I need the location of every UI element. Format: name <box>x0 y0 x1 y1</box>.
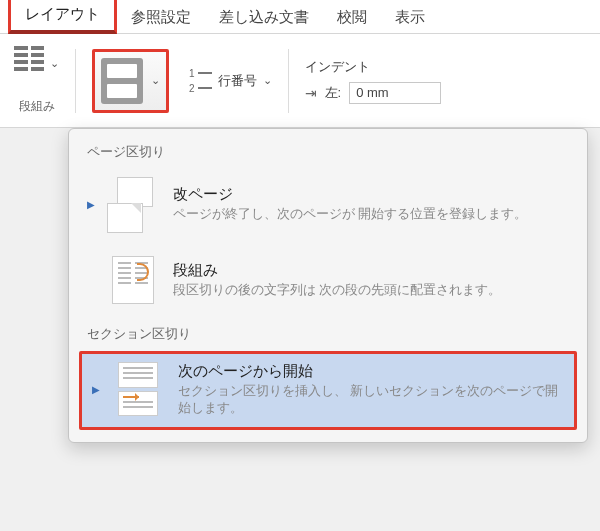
ribbon-tabs: レイアウト 参照設定 差し込み文書 校閲 表示 <box>0 0 600 34</box>
dropdown-section-section-breaks: セクション区切り <box>73 319 583 349</box>
menu-item-desc: 段区切りの後の文字列は 次の段の先頭に配置されます。 <box>173 282 569 299</box>
columns-group-label: 段組み <box>19 98 55 115</box>
tab-mailings[interactable]: 差し込み文書 <box>205 2 323 33</box>
chevron-down-icon: ⌄ <box>263 74 272 87</box>
menu-item-column-break[interactable]: ▶ 段組み 段区切りの後の文字列は 次の段の先頭に配置されます。 <box>73 243 583 319</box>
dropdown-section-page-breaks: ページ区切り <box>73 137 583 167</box>
indent-left-label: 左: <box>325 84 342 102</box>
tab-layout[interactable]: レイアウト <box>8 0 117 34</box>
menu-item-next-page-section[interactable]: ▶ 次のページから開始 セクション区切りを挿入し、 新しいセクションを次のページ… <box>79 351 577 430</box>
ribbon: ⌄ 段組み ⌄ 1 2 行番号 ⌄ インデント ⇥ 左: 0 mm <box>0 34 600 128</box>
indent-left-value: 0 mm <box>356 85 389 100</box>
page-break-icon <box>107 177 159 231</box>
tab-references[interactable]: 参照設定 <box>117 2 205 33</box>
column-break-icon <box>107 253 159 307</box>
line-numbers-icon: 1 2 <box>189 68 212 94</box>
chevron-down-icon: ⌄ <box>151 74 160 87</box>
menu-item-desc: ページが終了し、次のページが 開始する位置を登録します。 <box>173 206 569 223</box>
indent-left-input[interactable]: 0 mm <box>349 82 441 104</box>
group-separator <box>288 49 289 113</box>
line-numbers-button[interactable]: 1 2 行番号 ⌄ <box>189 68 272 94</box>
columns-button[interactable]: ⌄ <box>14 46 59 80</box>
columns-icon <box>14 46 44 80</box>
group-separator <box>75 49 76 113</box>
tab-view[interactable]: 表示 <box>381 2 439 33</box>
tab-review[interactable]: 校閲 <box>323 2 381 33</box>
columns-group: ⌄ 段組み <box>4 42 69 119</box>
breaks-icon <box>101 58 143 104</box>
submenu-arrow-icon: ▶ <box>92 384 98 395</box>
submenu-arrow-icon: ▶ <box>87 199 93 210</box>
indent-title: インデント <box>305 58 370 76</box>
menu-item-page-break[interactable]: ▶ 改ページ ページが終了し、次のページが 開始する位置を登録します。 <box>73 167 583 243</box>
breaks-dropdown: ページ区切り ▶ 改ページ ページが終了し、次のページが 開始する位置を登録しま… <box>68 128 588 443</box>
breaks-group: ⌄ <box>82 42 179 119</box>
line-numbers-label: 行番号 <box>218 72 257 90</box>
menu-item-title: 改ページ <box>173 185 569 204</box>
menu-item-desc: セクション区切りを挿入し、 新しいセクションを次のページで開始します。 <box>178 383 564 417</box>
menu-item-title: 次のページから開始 <box>178 362 564 381</box>
indent-left-icon: ⇥ <box>305 85 317 101</box>
indent-group: インデント ⇥ 左: 0 mm <box>295 54 452 108</box>
menu-item-title: 段組み <box>173 261 569 280</box>
next-page-section-icon <box>112 362 164 416</box>
line-numbers-group: 1 2 行番号 ⌄ <box>179 42 282 119</box>
breaks-button[interactable]: ⌄ <box>92 49 169 113</box>
chevron-down-icon: ⌄ <box>50 57 59 70</box>
